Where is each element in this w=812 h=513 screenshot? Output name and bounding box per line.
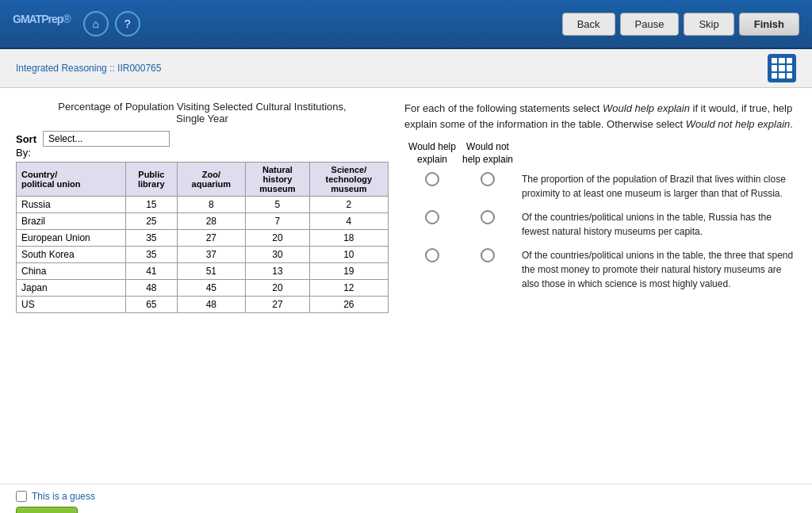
radio-would-not-help-3[interactable] <box>481 248 495 262</box>
header: GMATPrep® ⌂ ? Back Pause Skip Finish <box>0 0 812 49</box>
cell-value: 35 <box>126 230 178 247</box>
col-header-would-help: Would help explain <box>404 141 460 166</box>
calc-dot <box>779 65 784 71</box>
calculator-icon[interactable] <box>768 54 796 82</box>
sort-controls: Sort Select... Country Public library <box>16 131 389 147</box>
col-header-science: Science/technologymuseum <box>309 163 388 197</box>
cell-country: US <box>17 297 126 313</box>
cell-value: 27 <box>177 230 246 247</box>
table-row: South Korea35373010 <box>17 247 389 263</box>
radio-column-headers: Would help explain Would not help explai… <box>404 141 796 166</box>
statement-row-2: Of the countries/political unions in the… <box>404 210 796 239</box>
submit-button[interactable]: Submit <box>16 507 78 513</box>
cell-value: 12 <box>309 280 388 297</box>
cell-value: 48 <box>126 280 178 297</box>
radio-would-not-help-2[interactable] <box>481 210 495 224</box>
table-row: Russia15852 <box>17 197 389 213</box>
table-title: Percentage of Population Visiting Select… <box>16 101 389 124</box>
actions-row: Submit Clear answer | Show answer <box>16 507 796 513</box>
radio-group-3 <box>404 248 515 262</box>
sort-label: Sort <box>16 133 36 145</box>
radio-would-help-1[interactable] <box>425 172 439 186</box>
calc-dot <box>779 58 784 63</box>
col-header-would-not-help: Would not help explain <box>460 141 515 166</box>
cell-value: 65 <box>126 297 178 313</box>
question-prompt: For each of the following statements sel… <box>404 101 796 132</box>
table-body: Russia15852Brazil252874European Union352… <box>17 197 389 313</box>
radio-would-help-2[interactable] <box>425 210 439 224</box>
calc-dot <box>779 73 784 78</box>
radio-group-1 <box>404 172 515 186</box>
breadcrumb: Integrated Reasoning :: IIR000765 <box>16 63 161 74</box>
cell-country: European Union <box>17 230 126 247</box>
cell-value: 26 <box>309 297 388 313</box>
help-button[interactable]: ? <box>115 11 140 36</box>
cell-country: China <box>17 263 126 280</box>
table-row: Japan48452012 <box>17 280 389 297</box>
statement-text-1: The proportion of the population of Braz… <box>522 172 796 201</box>
cell-country: Russia <box>17 197 126 213</box>
cell-value: 28 <box>177 213 246 230</box>
cell-value: 45 <box>177 280 246 297</box>
sort-by-label: By: <box>16 147 389 159</box>
cell-value: 10 <box>309 247 388 263</box>
calc-dot <box>772 65 777 71</box>
cell-value: 19 <box>309 263 388 280</box>
table-title-line1: Percentage of Population Visiting Select… <box>16 101 389 113</box>
cell-value: 2 <box>309 197 388 213</box>
data-table: Country/political union Publiclibrary Zo… <box>16 162 389 313</box>
finish-button[interactable]: Finish <box>739 13 799 36</box>
calc-dot <box>787 58 792 63</box>
pause-button[interactable]: Pause <box>620 13 680 36</box>
cell-country: South Korea <box>17 247 126 263</box>
back-button[interactable]: Back <box>562 13 615 36</box>
calc-dot <box>772 73 777 78</box>
table-row: China41511319 <box>17 263 389 280</box>
cell-value: 7 <box>246 213 310 230</box>
cell-value: 20 <box>246 230 310 247</box>
cell-value: 37 <box>177 247 246 263</box>
cell-value: 35 <box>126 247 178 263</box>
cell-value: 20 <box>246 280 310 297</box>
table-row: Brazil252874 <box>17 213 389 230</box>
cell-value: 27 <box>246 297 310 313</box>
cell-value: 41 <box>126 263 178 280</box>
radio-would-not-help-1[interactable] <box>481 172 495 186</box>
content-area: Percentage of Population Visiting Select… <box>16 101 796 471</box>
cell-value: 25 <box>126 213 178 230</box>
logo-text: GMATPrep <box>13 13 63 25</box>
guess-checkbox[interactable] <box>16 491 27 502</box>
cell-value: 8 <box>177 197 246 213</box>
logo: GMATPrep® <box>13 11 71 36</box>
guess-label: This is a guess <box>32 491 95 502</box>
home-button[interactable]: ⌂ <box>83 11 109 36</box>
calc-dot <box>787 73 792 78</box>
cell-value: 48 <box>177 297 246 313</box>
bottom-controls: This is a guess Submit Clear answer | Sh… <box>0 484 812 513</box>
table-title-line2: Single Year <box>16 113 389 124</box>
col-header-natural: Naturalhistorymuseum <box>246 163 310 197</box>
radio-group-2 <box>404 210 515 224</box>
statement-row-1: The proportion of the population of Braz… <box>404 172 796 201</box>
radio-would-help-3[interactable] <box>425 248 439 262</box>
statement-row-3: Of the countries/political unions in the… <box>404 248 796 291</box>
table-row: European Union35272018 <box>17 230 389 247</box>
cell-country: Brazil <box>17 213 126 230</box>
skip-button[interactable]: Skip <box>684 13 733 36</box>
table-header-row: Country/political union Publiclibrary Zo… <box>17 163 389 197</box>
col-header-country: Country/political union <box>17 163 126 197</box>
cell-value: 51 <box>177 263 246 280</box>
cell-value: 4 <box>309 213 388 230</box>
right-panel: For each of the following statements sel… <box>404 101 796 471</box>
left-panel: Percentage of Population Visiting Select… <box>16 101 389 471</box>
calc-dot <box>772 58 777 63</box>
breadcrumb-bar: Integrated Reasoning :: IIR000765 <box>0 49 812 88</box>
statement-text-3: Of the countries/political unions in the… <box>522 248 796 291</box>
cell-value: 30 <box>246 247 310 263</box>
cell-value: 15 <box>126 197 178 213</box>
col-header-library: Publiclibrary <box>126 163 178 197</box>
cell-value: 18 <box>309 230 388 247</box>
table-row: US65482726 <box>17 297 389 313</box>
cell-country: Japan <box>17 280 126 297</box>
sort-select[interactable]: Select... Country Public library <box>43 131 170 147</box>
